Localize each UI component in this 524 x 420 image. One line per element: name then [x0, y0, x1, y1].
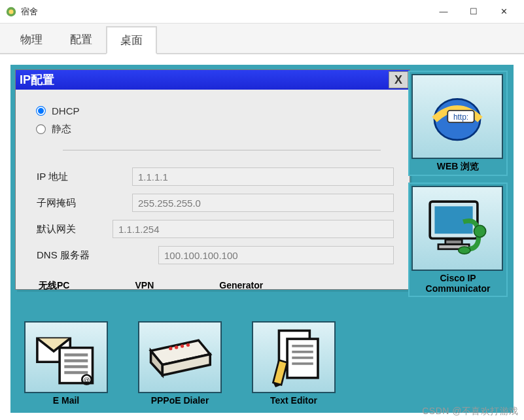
ip-config-dialog: IP配置 X DHCP 静态 IP 地址 — [15, 69, 410, 290]
maximize-button[interactable]: ☐ — [459, 2, 489, 22]
svg-marker-32 — [273, 360, 287, 385]
dns-server-input[interactable] — [158, 246, 394, 264]
svg-point-10 — [474, 225, 485, 237]
close-window-button[interactable]: ✕ — [489, 2, 519, 22]
text-editor-icon — [261, 327, 326, 387]
svg-point-9 — [459, 247, 470, 254]
static-label: 静态 — [52, 123, 71, 135]
text-editor-app[interactable]: Text Editor — [248, 321, 340, 406]
wireless-pc-label: 无线PC — [39, 280, 69, 292]
dns-server-label: DNS 服务器 — [37, 249, 116, 262]
ip-address-label: IP 地址 — [37, 171, 113, 183]
dhcp-radio[interactable] — [36, 106, 46, 116]
pppoe-dialer-app[interactable]: PPPoE Dialer — [134, 321, 226, 406]
subnet-mask-input[interactable] — [132, 194, 394, 212]
svg-point-1 — [9, 9, 13, 14]
subnet-mask-label: 子网掩码 — [37, 197, 113, 209]
email-label: E Mail — [20, 395, 112, 406]
dhcp-radio-row[interactable]: DHCP — [37, 105, 394, 116]
svg-point-24 — [181, 344, 184, 347]
vpn-label: VPN — [135, 280, 154, 292]
generator-label: Generator — [219, 280, 263, 292]
ip-address-input[interactable] — [132, 167, 394, 186]
dhcp-label: DHCP — [52, 105, 80, 116]
cisco-ip-label-2: Communicator — [411, 283, 504, 294]
workspace: IP配置 X DHCP 静态 IP 地址 — [0, 54, 524, 420]
ip-config-close-button[interactable]: X — [389, 71, 408, 88]
default-gateway-input[interactable] — [113, 220, 394, 238]
window-title: 宿舍 — [21, 6, 428, 18]
minimize-button[interactable]: — — [428, 2, 459, 22]
ip-config-title: IP配置 — [20, 72, 54, 88]
tabstrip: 物理 配置 桌面 — [0, 24, 524, 54]
separator — [63, 150, 381, 150]
tab-config[interactable]: 配置 — [56, 26, 106, 53]
pppoe-label: PPPoE Dialer — [134, 395, 226, 406]
modem-icon — [144, 331, 216, 383]
email-icon: @ — [33, 328, 99, 387]
web-browser-label: WEB 浏览 — [411, 161, 504, 173]
ip-config-titlebar: IP配置 X — [16, 70, 410, 90]
static-radio[interactable] — [36, 124, 46, 134]
svg-point-22 — [169, 347, 172, 350]
titlebar: 宿舍 — ☐ ✕ — [0, 0, 524, 24]
globe-icon: http: — [427, 86, 487, 147]
svg-point-25 — [186, 343, 190, 347]
default-gateway-label: 默认网关 — [37, 223, 116, 236]
web-browser-app[interactable]: http: WEB 浏览 — [408, 71, 508, 176]
cisco-ip-label-1: Cisco IP — [411, 273, 504, 283]
tab-desktop[interactable]: 桌面 — [106, 26, 157, 54]
app-icon — [5, 6, 17, 18]
background-app-labels: 无线PC VPN Generator — [39, 280, 263, 292]
svg-text:http:: http: — [453, 113, 468, 122]
svg-point-23 — [175, 345, 178, 349]
static-radio-row[interactable]: 静态 — [37, 123, 394, 135]
desktop-panel: IP配置 X DHCP 静态 IP 地址 — [10, 65, 514, 413]
watermark: CSDN @不喜欢打游戏 — [422, 406, 519, 417]
email-app[interactable]: @ E Mail — [20, 321, 112, 406]
monitor-headset-icon — [421, 196, 493, 261]
text-editor-label: Text Editor — [248, 395, 340, 406]
svg-text:@: @ — [83, 376, 90, 383]
cisco-ip-communicator-app[interactable]: Cisco IP Communicator — [408, 183, 508, 297]
tab-physical[interactable]: 物理 — [7, 26, 56, 53]
